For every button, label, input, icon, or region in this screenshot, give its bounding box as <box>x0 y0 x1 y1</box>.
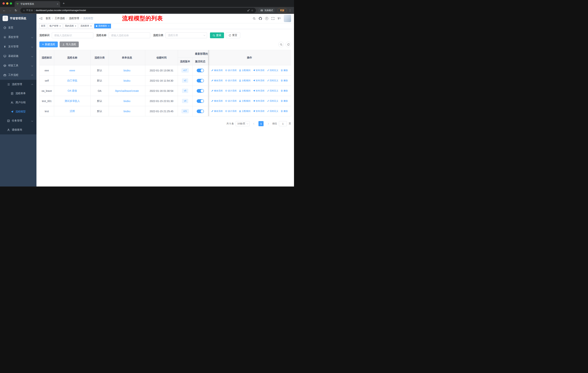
action-modify-link[interactable]: 修改流程 <box>211 79 223 82</box>
sidebar-item-workflow[interactable]: 工作流程 <box>0 70 36 80</box>
action-publish-link[interactable]: 发布流程 <box>253 100 264 102</box>
breadcrumb-item[interactable]: 流程管理 <box>69 17 79 20</box>
import-process-button[interactable]: 导入流程 <box>60 41 79 47</box>
browser-menu-icon[interactable]: ⋮ <box>289 9 292 12</box>
user-avatar[interactable] <box>284 15 291 22</box>
bookmark-star-icon[interactable]: ☆ <box>251 9 253 12</box>
search-button[interactable]: 搜索 <box>210 32 224 38</box>
status-toggle[interactable] <box>197 99 204 103</box>
tab-close-icon[interactable]: × <box>57 2 58 5</box>
action-definition-link[interactable]: 流程定义 <box>267 89 278 92</box>
process-name-link[interactable]: OA 请假 <box>68 89 77 92</box>
app-logo[interactable]: 芋道管理系统 <box>0 14 36 23</box>
action-design-link[interactable]: 设计流程 <box>225 69 237 72</box>
action-assign-rule-link[interactable]: 分配规则 <box>239 100 251 102</box>
browser-tab[interactable]: 芋道管理系统 × <box>15 1 60 7</box>
tag-process-form[interactable]: 流程表单 × <box>79 24 93 28</box>
sidebar-item-process-form[interactable]: 流程表单 <box>0 89 36 98</box>
category-select[interactable]: 流程分类 <box>166 32 207 38</box>
action-delete-link[interactable]: 删除 <box>281 89 288 92</box>
action-definition-link[interactable]: 流程定义 <box>267 69 278 72</box>
process-name-link[interactable]: 滔博 <box>70 110 75 112</box>
font-size-icon[interactable]: TT <box>278 17 281 20</box>
form-info-link[interactable]: biubiu <box>124 100 130 102</box>
sidebar-item-process-manage[interactable]: 流程管理 <box>0 80 36 89</box>
sidebar-toggle-button[interactable] <box>39 17 43 20</box>
process-name-link[interactable]: 测试多审批人 <box>65 100 80 102</box>
window-minimize-button[interactable] <box>6 2 8 5</box>
process-name-link[interactable]: 自己审批 <box>67 79 77 82</box>
sidebar-item-payment[interactable]: ¥ 支付管理 <box>0 42 36 51</box>
action-delete-link[interactable]: 删除 <box>281 79 288 82</box>
action-modify-link[interactable]: 修改流程 <box>211 69 223 72</box>
tag-home[interactable]: 首页 <box>39 24 47 28</box>
action-delete-link[interactable]: 删除 <box>281 110 288 113</box>
password-key-icon[interactable] <box>247 9 250 12</box>
sidebar-item-system[interactable]: 系统管理 <box>0 32 36 42</box>
action-delete-link[interactable]: 删除 <box>281 69 288 72</box>
update-button[interactable]: 更新 <box>277 8 287 13</box>
form-info-link[interactable]: biubiu <box>124 110 130 113</box>
forward-button[interactable]: → <box>8 9 12 12</box>
form-info-link[interactable]: /bpm/oa/leave/create <box>115 90 139 92</box>
action-assign-rule-link[interactable]: 分配规则 <box>239 79 251 82</box>
tag-process-model[interactable]: 流程模型 × <box>94 24 111 28</box>
status-toggle[interactable] <box>197 79 204 82</box>
tag-tenant-manage[interactable]: 租户管理 × <box>48 24 63 28</box>
sidebar-item-infrastructure[interactable]: 基础设施 <box>0 51 36 61</box>
tag-close-icon[interactable]: × <box>59 25 61 27</box>
sidebar-item-leave-query[interactable]: 请假查询 <box>0 125 36 134</box>
form-info-link[interactable]: biubiu <box>124 79 130 82</box>
help-icon[interactable]: ? <box>265 17 268 20</box>
prev-page-button[interactable] <box>252 121 257 126</box>
action-publish-link[interactable]: 发布流程 <box>253 89 264 92</box>
action-publish-link[interactable]: 发布流程 <box>253 110 264 113</box>
action-modify-link[interactable]: 修改流程 <box>211 89 223 92</box>
status-toggle[interactable] <box>197 69 204 72</box>
page-number-button[interactable]: 1 <box>258 121 263 126</box>
action-assign-rule-link[interactable]: 分配规则 <box>239 69 251 72</box>
tag-close-icon[interactable]: × <box>75 25 76 27</box>
toggle-search-button[interactable] <box>278 42 284 47</box>
github-icon[interactable] <box>259 17 262 20</box>
page-size-select[interactable]: 10条/页 <box>236 121 250 126</box>
goto-page-input[interactable] <box>279 121 287 126</box>
reset-button[interactable]: 重置 <box>226 32 240 38</box>
action-design-link[interactable]: 设计流程 <box>225 100 237 102</box>
search-icon[interactable] <box>253 17 256 20</box>
sidebar-item-home[interactable]: 首页 <box>0 23 36 32</box>
sidebar-item-devtools[interactable]: 研发工具 <box>0 61 36 70</box>
address-bar[interactable]: ⚠ 不安全 dashboard.yudao.iocoder.cn/bpm/man… <box>21 8 256 13</box>
action-assign-rule-link[interactable]: 分配规则 <box>239 89 251 92</box>
sidebar-item-user-group[interactable]: 用户分组 <box>0 98 36 107</box>
sidebar-item-process-model[interactable]: 流程模型 <box>0 107 36 116</box>
action-modify-link[interactable]: 修改流程 <box>211 110 223 113</box>
process-key-input[interactable] <box>52 32 93 38</box>
status-toggle[interactable] <box>197 89 204 93</box>
fullscreen-icon[interactable] <box>272 17 274 20</box>
breadcrumb-item[interactable]: 工作流程 <box>55 17 65 20</box>
action-delete-link[interactable]: 删除 <box>281 100 288 102</box>
window-zoom-button[interactable] <box>10 2 12 5</box>
process-name-link[interactable]: eeee <box>69 69 75 72</box>
new-tab-button[interactable]: + <box>63 1 65 5</box>
action-definition-link[interactable]: 流程定义 <box>267 110 278 113</box>
create-process-button[interactable]: + 新建流程 <box>39 41 58 47</box>
status-toggle[interactable] <box>197 110 204 113</box>
breadcrumb-item[interactable]: 首页 <box>46 17 51 20</box>
next-page-button[interactable] <box>265 121 271 126</box>
action-assign-rule-link[interactable]: 分配规则 <box>239 110 251 113</box>
action-design-link[interactable]: 设计流程 <box>225 89 237 92</box>
action-publish-link[interactable]: 发布流程 <box>253 69 264 72</box>
refresh-button[interactable] <box>286 42 291 47</box>
action-design-link[interactable]: 设计流程 <box>225 110 237 113</box>
tag-close-icon[interactable]: × <box>108 25 110 27</box>
action-publish-link[interactable]: 发布流程 <box>253 79 264 82</box>
form-info-link[interactable]: biubiu <box>124 69 130 72</box>
action-definition-link[interactable]: 流程定义 <box>267 100 278 102</box>
reload-button[interactable]: ↻ <box>13 9 18 12</box>
tag-close-icon[interactable]: × <box>90 25 92 27</box>
process-name-input[interactable] <box>109 32 150 38</box>
tag-my-process[interactable]: 我的流程 × <box>63 24 78 28</box>
window-close-button[interactable] <box>2 2 5 5</box>
